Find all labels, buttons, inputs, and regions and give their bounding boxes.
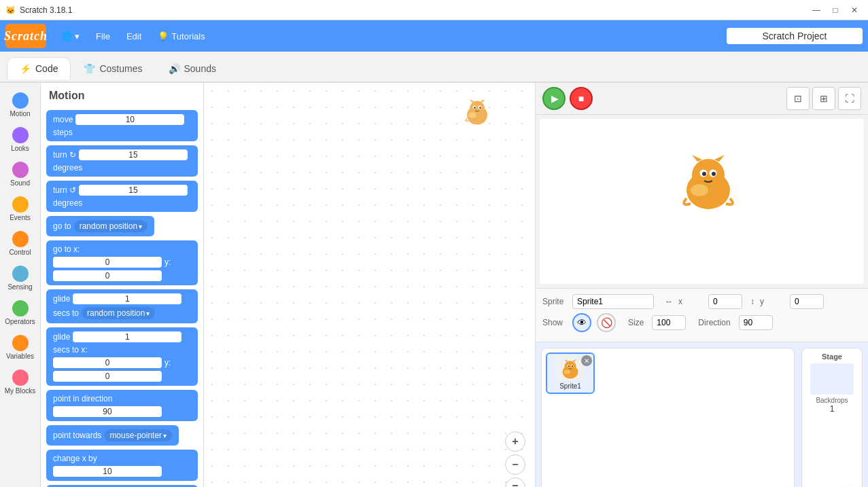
edit-menu[interactable]: Edit bbox=[120, 29, 148, 44]
svg-marker-25 bbox=[564, 359, 568, 362]
sounds-icon: 🔊 bbox=[169, 63, 180, 74]
block-gliderandom-dropdown[interactable]: random position bbox=[82, 307, 155, 319]
block-glide-xy[interactable]: glide secs to x: y: bbox=[46, 327, 198, 386]
normal-stage-button[interactable]: ⊞ bbox=[812, 87, 835, 110]
block-turncw-label1: turn ↻ bbox=[53, 150, 76, 160]
direction-label: Direction bbox=[698, 318, 730, 327]
block-pointtowards-label: point towards bbox=[53, 431, 101, 440]
block-glidexy-label2: secs to x: bbox=[53, 345, 88, 355]
sprite-delete-button[interactable]: ✕ bbox=[581, 355, 592, 366]
block-pointdir-label: point in direction bbox=[53, 394, 112, 403]
block-pointdir-input[interactable] bbox=[53, 406, 162, 417]
stop-button[interactable] bbox=[570, 87, 593, 110]
scripting-area[interactable]: + − = bbox=[204, 83, 535, 487]
zoom-out-button[interactable]: − bbox=[505, 454, 525, 475]
zoom-controls: + − = bbox=[505, 431, 525, 487]
svg-point-20 bbox=[564, 369, 570, 374]
show-visible-button[interactable]: 👁 bbox=[572, 313, 591, 332]
maximize-button[interactable]: □ bbox=[827, 3, 844, 17]
block-glidexy-secs-input[interactable] bbox=[73, 331, 181, 342]
sidebar-item-variables[interactable]: Variables bbox=[2, 331, 39, 364]
stage-view-buttons: ⊡ ⊞ ⛶ bbox=[786, 87, 861, 110]
sidebar-item-sound[interactable]: Sound bbox=[2, 158, 39, 191]
block-gotoxy-x-input[interactable] bbox=[53, 257, 162, 268]
stage-canvas[interactable] bbox=[540, 119, 864, 284]
sidebar-item-events[interactable]: Events bbox=[2, 192, 39, 226]
scratch-logo[interactable]: Scratch bbox=[5, 24, 46, 48]
svg-marker-16 bbox=[692, 155, 702, 162]
sidebar-item-looks[interactable]: Looks bbox=[2, 123, 39, 156]
block-move-steps-input[interactable] bbox=[75, 114, 184, 125]
svg-point-5 bbox=[474, 107, 476, 109]
y-value-input[interactable] bbox=[790, 294, 824, 309]
show-hidden-button[interactable]: 🚫 bbox=[597, 313, 616, 332]
block-turnccw-input[interactable] bbox=[79, 185, 188, 196]
block-goto-dropdown[interactable]: random position bbox=[74, 220, 147, 232]
myblocks-dot bbox=[12, 369, 29, 386]
block-gotoxy-y-input[interactable] bbox=[53, 270, 162, 281]
control-dot bbox=[12, 231, 29, 247]
block-move-label1: move bbox=[53, 115, 73, 124]
block-gliderandom-secs-input[interactable] bbox=[73, 293, 181, 304]
green-flag-button[interactable] bbox=[542, 87, 566, 110]
block-turn-ccw[interactable]: turn ↺ degrees bbox=[46, 181, 198, 212]
sound-dot bbox=[12, 162, 29, 178]
zoom-in-button[interactable]: + bbox=[505, 431, 525, 452]
block-pointtowards-dropdown[interactable]: mouse-pointer bbox=[104, 429, 172, 441]
block-turncw-input[interactable] bbox=[79, 149, 188, 160]
file-menu[interactable]: File bbox=[89, 29, 117, 44]
looks-label: Looks bbox=[11, 145, 29, 152]
zoom-reset-button[interactable]: = bbox=[505, 477, 525, 487]
sidebar-item-operators[interactable]: Operators bbox=[2, 296, 39, 329]
costumes-tab-label: Costumes bbox=[99, 63, 142, 74]
sidebar-item-motion[interactable]: Motion bbox=[2, 88, 39, 122]
block-goto-xy[interactable]: go to x: y: bbox=[46, 240, 198, 285]
project-name-input[interactable] bbox=[727, 28, 863, 44]
tab-sounds[interactable]: 🔊 Sounds bbox=[156, 57, 229, 79]
tab-costumes[interactable]: 👕 Costumes bbox=[71, 57, 155, 79]
sprite-show-row: Show 👁 🚫 Size Direction bbox=[542, 313, 861, 332]
x-value-input[interactable] bbox=[708, 294, 742, 309]
svg-point-23 bbox=[568, 365, 570, 367]
tutorials-button[interactable]: 💡 Tutorials bbox=[151, 29, 211, 44]
show-label: Show bbox=[542, 318, 567, 327]
svg-point-15 bbox=[712, 172, 716, 176]
block-glide-random[interactable]: glide secs to random position bbox=[46, 289, 198, 323]
block-goto[interactable]: go to random position bbox=[46, 216, 154, 236]
sidebar-item-control[interactable]: Control bbox=[2, 227, 39, 260]
block-glidexy-y-input[interactable] bbox=[53, 371, 162, 382]
block-point-towards[interactable]: point towards mouse-pointer bbox=[46, 425, 179, 446]
block-point-dir[interactable]: point in direction bbox=[46, 390, 198, 421]
svg-marker-17 bbox=[714, 155, 725, 162]
small-stage-button[interactable]: ⊡ bbox=[786, 87, 810, 110]
block-gliderandom-label1: glide bbox=[53, 294, 70, 304]
sidebar-item-sensing[interactable]: Sensing bbox=[2, 261, 39, 295]
globe-menu[interactable]: 🌐 ▾ bbox=[54, 29, 86, 44]
sprite-name-input[interactable] bbox=[572, 294, 654, 309]
stage-section: ⊡ ⊞ ⛶ bbox=[535, 83, 868, 487]
block-change-x[interactable]: change x by bbox=[46, 450, 198, 481]
svg-point-6 bbox=[479, 107, 481, 109]
costumes-icon: 👕 bbox=[84, 63, 95, 74]
code-icon: ⚡ bbox=[20, 63, 31, 74]
size-input[interactable] bbox=[652, 315, 686, 330]
minimize-button[interactable]: — bbox=[808, 3, 824, 17]
block-changex-input[interactable] bbox=[53, 466, 162, 477]
block-gliderandom-label2: secs to bbox=[53, 308, 79, 318]
direction-input[interactable] bbox=[739, 315, 773, 330]
y-arrow-icon: ↕ bbox=[750, 297, 754, 306]
block-glidexy-x-input[interactable] bbox=[53, 357, 162, 368]
events-label: Events bbox=[10, 214, 31, 221]
stage-controls: ⊡ ⊞ ⛶ bbox=[536, 83, 868, 115]
sidebar-item-myblocks[interactable]: My Blocks bbox=[2, 365, 39, 399]
fullscreen-button[interactable]: ⛶ bbox=[838, 87, 861, 110]
stage-thumbnail-panel[interactable]: Stage Backdrops 1 bbox=[801, 348, 863, 487]
sprite-thumb-sprite1[interactable]: ✕ bbox=[546, 353, 595, 394]
svg-point-24 bbox=[572, 365, 573, 367]
block-turn-cw[interactable]: turn ↻ degrees bbox=[46, 145, 198, 177]
tab-code[interactable]: ⚡ Code bbox=[7, 57, 71, 79]
close-button[interactable]: ✕ bbox=[846, 3, 863, 17]
block-move[interactable]: move steps bbox=[46, 110, 198, 141]
variables-label: Variables bbox=[6, 353, 34, 360]
titlebar: 🐱 Scratch 3.18.1 — □ ✕ bbox=[0, 0, 868, 20]
